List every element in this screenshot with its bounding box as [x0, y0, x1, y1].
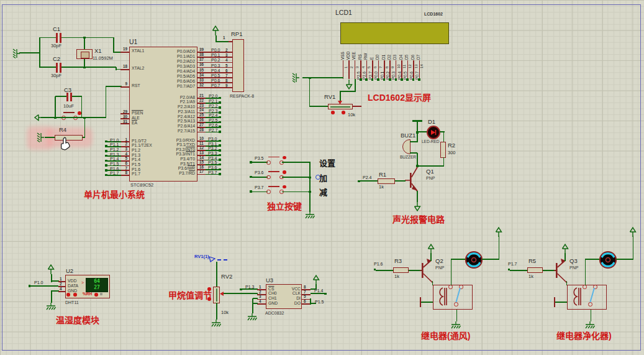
net-label: P2.6 — [363, 63, 366, 80]
pin-stub — [120, 123, 129, 124]
lcd-screen[interactable] — [340, 22, 449, 44]
transistor-q3[interactable] — [554, 257, 570, 284]
net-row: P3.7 — [208, 172, 220, 177]
q3-ref[interactable]: Q3 — [569, 258, 578, 264]
u2-ref[interactable]: U2 — [66, 268, 73, 274]
buz1-ref[interactable]: BUZ1 — [401, 132, 415, 139]
button-terminal[interactable] — [266, 175, 271, 180]
resistor-r3[interactable] — [393, 267, 409, 273]
r5-ref[interactable]: R5 — [528, 258, 536, 264]
rp1-pin-number: 5 — [225, 63, 228, 68]
rv1-adjust-down[interactable] — [331, 111, 335, 114]
junction-dot — [412, 78, 415, 81]
c1-ref[interactable]: C1 — [53, 26, 60, 32]
net-label: P3.1 — [208, 142, 217, 146]
button-actuator[interactable] — [283, 156, 286, 160]
wire — [410, 141, 417, 142]
button-actuator[interactable] — [283, 170, 286, 174]
x1-ref[interactable]: X1 — [94, 48, 102, 54]
dht-indicator[interactable] — [66, 293, 70, 297]
rv1-ref[interactable]: RV1 — [324, 94, 335, 100]
resistor-r5[interactable] — [527, 267, 543, 273]
r3-ref[interactable]: R3 — [394, 258, 402, 264]
push-button-row[interactable]: P3.6 — [248, 170, 313, 185]
schematic-canvas[interactable]: C1 30pF C2 30pF X1 11.0592M C3 10uF R4 U… — [0, 0, 644, 355]
rp1-pin-number: 4 — [225, 58, 228, 62]
pin-number: 39 — [199, 48, 204, 52]
d1-ref[interactable]: D1 — [428, 119, 435, 125]
pin-name: D4 — [399, 45, 403, 60]
pin-stub — [120, 52, 129, 53]
q1-ref[interactable]: Q1 — [426, 168, 434, 175]
r2-ref[interactable]: R2 — [448, 142, 455, 149]
button-terminal[interactable] — [266, 190, 271, 194]
wire — [216, 262, 217, 287]
transistor-q2[interactable] — [420, 257, 436, 284]
wire — [40, 37, 56, 39]
junction-dot — [418, 78, 420, 81]
pin-name: D2 — [388, 45, 391, 60]
c3-ref[interactable]: C3 — [64, 87, 71, 93]
fan-motor[interactable] — [465, 251, 483, 269]
rv1-adjust-up[interactable] — [342, 111, 345, 114]
rp1-pin1-number: 1 — [223, 36, 225, 40]
net-label: P2.4 — [363, 175, 371, 180]
reset-button-actuator[interactable] — [78, 111, 81, 115]
led-d1[interactable] — [427, 126, 440, 139]
pin-number: 19 — [120, 47, 127, 51]
wire — [215, 41, 229, 42]
wire — [241, 288, 258, 290]
net-label: P3.6 — [255, 170, 263, 175]
net-label: P2.5 — [357, 63, 361, 80]
pin-number: 6 — [304, 300, 306, 303]
u1-part: STC89C52 — [130, 183, 153, 188]
net-label: P0.2 — [386, 63, 390, 80]
pin-name: P0.1/AD1 — [145, 55, 195, 59]
purifier-motor[interactable] — [599, 251, 617, 269]
button-terminal[interactable] — [266, 160, 271, 165]
dht-indicator[interactable] — [94, 293, 98, 297]
pot-track — [330, 106, 350, 108]
push-button-row[interactable]: P3.5 — [248, 155, 313, 170]
button-actuator[interactable] — [283, 185, 286, 189]
key-function-label: 设置 — [319, 157, 335, 172]
pin-name: VDD — [68, 279, 76, 284]
net-label: P3.7 — [255, 185, 263, 190]
pin-name: D7 — [417, 45, 420, 60]
r1-ref[interactable]: R1 — [379, 172, 386, 178]
junction-dot — [371, 78, 374, 81]
u3-ref[interactable]: U3 — [266, 277, 273, 284]
transistor-q1[interactable] — [405, 164, 421, 194]
net-label: P0.0 — [211, 48, 220, 52]
dht-indicator[interactable] — [73, 293, 77, 297]
rv2-ref[interactable]: RV2 — [221, 274, 232, 280]
resistor-r1[interactable] — [378, 178, 395, 184]
pin-number: 34 — [199, 73, 204, 77]
pin-number: 24 — [199, 108, 204, 112]
respack-rp1[interactable] — [232, 39, 244, 92]
dht-display: 64 27 — [86, 278, 108, 292]
net-label: P3.0 — [208, 137, 217, 141]
wire — [616, 259, 633, 260]
pin-number: 1 — [60, 277, 62, 281]
pin-number: 11 — [199, 142, 204, 145]
q2-ref[interactable]: Q2 — [435, 258, 443, 264]
lcd1-ref[interactable]: LCD1 — [335, 9, 352, 16]
net-label: P2.1 — [209, 99, 217, 103]
relay-purifier-block: P1.7 R5 1k Q3 PNP 继电器净化器) — [501, 227, 643, 348]
resistor-r2[interactable] — [440, 142, 446, 158]
u2-part: DHT11 — [65, 300, 79, 305]
pin-number: 14 — [420, 60, 424, 68]
c2-ref[interactable]: C2 — [53, 56, 60, 62]
pin-number: 16 — [199, 165, 204, 169]
pin-name: VSS — [341, 45, 345, 60]
net-row: P0.79 — [211, 85, 230, 90]
pin-name: PSEN — [132, 111, 143, 116]
wire — [106, 86, 122, 87]
rp1-ref[interactable]: RP1 — [231, 31, 242, 37]
net-label: P3.2 — [208, 146, 217, 150]
left-arrow-terminal — [34, 114, 42, 121]
r4-ref[interactable]: R4 — [59, 127, 66, 133]
push-button-row[interactable]: P3.7 — [248, 185, 313, 200]
junction-dot — [309, 177, 311, 179]
